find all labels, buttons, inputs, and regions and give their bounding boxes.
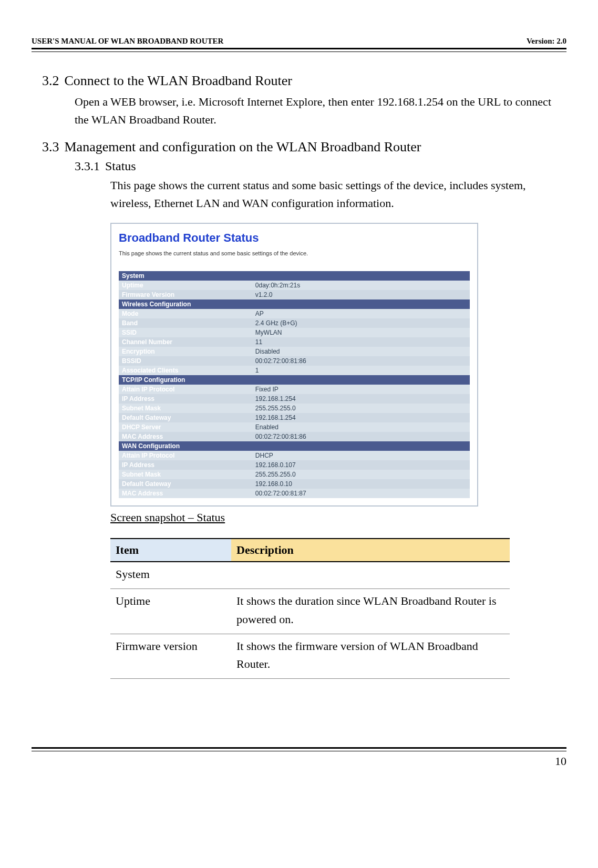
- status-row-label: Uptime: [119, 281, 252, 290]
- doc-version: Version: 2.0: [527, 37, 566, 46]
- desc-item: Firmware version: [110, 634, 231, 678]
- status-row-label: Attain IP Protocol: [119, 451, 252, 460]
- status-row-label: SSID: [119, 328, 252, 337]
- section-number: 3.2: [42, 73, 59, 89]
- subsection-title: Status: [105, 159, 136, 173]
- screenshot-title: Broadband Router Status: [119, 231, 470, 245]
- status-row-label: MAC Address: [119, 432, 252, 441]
- status-row-value: 1: [252, 366, 470, 375]
- footer-divider: [32, 747, 566, 751]
- status-row-value: 0day:0h:2m:21s: [252, 281, 470, 290]
- status-row-label: Firmware Version: [119, 290, 252, 299]
- header-divider: [32, 48, 566, 52]
- status-section-header: System: [119, 271, 470, 281]
- status-row-value: 00:02:72:00:81:87: [252, 489, 470, 498]
- status-row-value: 2.4 GHz (B+G): [252, 318, 470, 328]
- status-row-value: Disabled: [252, 347, 470, 356]
- status-row-value: 11: [252, 337, 470, 347]
- desc-text: It shows the duration since WLAN Broadba…: [231, 589, 510, 634]
- section-title: Management and configuration on the WLAN…: [65, 139, 421, 155]
- status-row-label: MAC Address: [119, 489, 252, 498]
- status-row-value: 00:02:72:00:81:86: [252, 356, 470, 366]
- status-row-value: Fixed IP: [252, 385, 470, 394]
- desc-text: It shows the firmware version of WLAN Br…: [231, 634, 510, 678]
- section-title: Connect to the WLAN Broadband Router: [65, 73, 292, 89]
- desc-header-item: Item: [110, 539, 231, 562]
- status-row-value: 192.168.1.254: [252, 413, 470, 422]
- screenshot-desc: This page shows the current status and s…: [119, 250, 470, 256]
- status-row-value: 255.255.255.0: [252, 404, 470, 413]
- status-row-label: Mode: [119, 309, 252, 318]
- status-row-label: Default Gateway: [119, 479, 252, 489]
- status-row-value: MyWLAN: [252, 328, 470, 337]
- status-section-header: TCP/IP Configuration: [119, 375, 470, 385]
- description-table: Item Description SystemUptimeIt shows th…: [110, 538, 510, 678]
- subsection-number: 3.3.1: [75, 159, 100, 173]
- status-row-value: 192.168.1.254: [252, 394, 470, 404]
- status-section-header: WAN Configuration: [119, 441, 470, 451]
- status-row-label: IP Address: [119, 460, 252, 470]
- status-row-label: Channel Number: [119, 337, 252, 347]
- status-section-header: Wireless Configuration: [119, 299, 470, 309]
- status-row-value: 192.168.0.107: [252, 460, 470, 470]
- desc-text: [231, 562, 510, 589]
- status-row-value: v1.2.0: [252, 290, 470, 299]
- status-row-label: Associated Clients: [119, 366, 252, 375]
- status-row-label: Band: [119, 318, 252, 328]
- desc-header-desc: Description: [231, 539, 510, 562]
- status-row-value: 192.168.0.10: [252, 479, 470, 489]
- status-row-label: DHCP Server: [119, 422, 252, 432]
- subsection-body: This page shows the current status and s…: [110, 177, 566, 212]
- status-screenshot: Broadband Router Status This page shows …: [110, 223, 478, 507]
- status-row-value: AP: [252, 309, 470, 318]
- section-body: Open a WEB browser, i.e. Microsoft Inter…: [75, 93, 566, 129]
- status-row-value: 255.255.255.0: [252, 470, 470, 479]
- status-row-label: BSSID: [119, 356, 252, 366]
- desc-item: System: [110, 562, 231, 589]
- status-row-label: Subnet Mask: [119, 470, 252, 479]
- status-row-label: Encryption: [119, 347, 252, 356]
- status-row-value: Enabled: [252, 422, 470, 432]
- doc-title: USER'S MANUAL OF WLAN BROADBAND ROUTER: [32, 37, 223, 46]
- screenshot-caption: Screen snapshot – Status: [110, 511, 478, 524]
- status-row-value: DHCP: [252, 451, 470, 460]
- status-row-label: Attain IP Protocol: [119, 385, 252, 394]
- desc-item: Uptime: [110, 589, 231, 634]
- section-number: 3.3: [42, 139, 59, 155]
- status-row-label: Subnet Mask: [119, 404, 252, 413]
- status-row-label: IP Address: [119, 394, 252, 404]
- page-number: 10: [32, 755, 566, 768]
- status-table: SystemUptime0day:0h:2m:21sFirmware Versi…: [119, 271, 470, 498]
- status-row-value: 00:02:72:00:81:86: [252, 432, 470, 441]
- status-row-label: Default Gateway: [119, 413, 252, 422]
